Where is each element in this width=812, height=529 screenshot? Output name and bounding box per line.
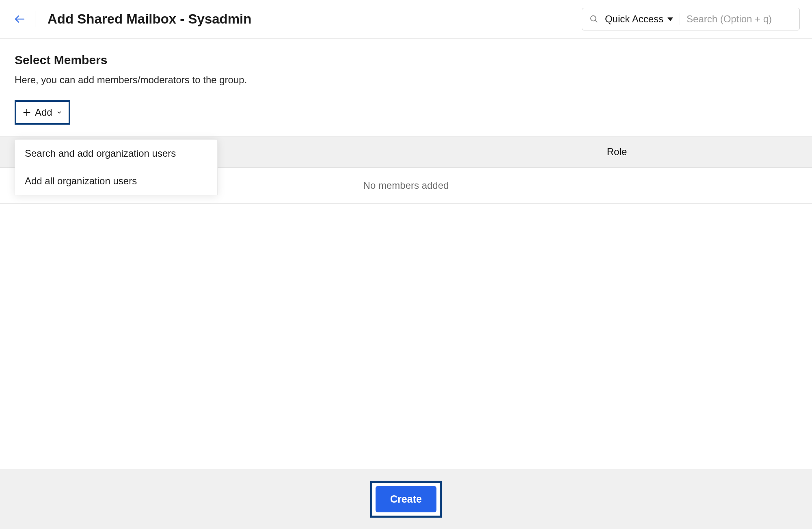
quick-access-label-text: Quick Access	[605, 13, 663, 25]
quick-access-search-container: Quick Access	[582, 8, 800, 30]
triangle-down-icon	[667, 17, 673, 21]
add-button-highlight: Add	[15, 100, 70, 125]
header-divider	[35, 11, 35, 27]
section-title: Select Members	[15, 53, 797, 67]
create-button[interactable]: Create	[376, 486, 436, 512]
chevron-down-icon	[56, 110, 62, 115]
add-button-label: Add	[35, 107, 52, 118]
search-input[interactable]	[687, 13, 792, 25]
add-dropdown-menu: Search and add organization users Add al…	[15, 139, 218, 195]
page-title: Add Shared Mailbox - Sysadmin	[48, 11, 582, 27]
back-button[interactable]	[12, 12, 27, 26]
page-header: Add Shared Mailbox - Sysadmin Quick Acce…	[0, 0, 812, 39]
section-description: Here, you can add members/moderators to …	[15, 74, 797, 86]
svg-point-1	[591, 16, 596, 21]
quick-access-divider	[680, 13, 680, 25]
back-arrow-icon	[14, 14, 25, 24]
plus-icon	[23, 108, 31, 117]
dropdown-item-add-all[interactable]: Add all organization users	[15, 167, 217, 195]
main-content: Select Members Here, you can add members…	[0, 39, 812, 204]
svg-line-2	[595, 20, 598, 23]
column-header-role: Role	[607, 146, 627, 158]
dropdown-item-search-add[interactable]: Search and add organization users	[15, 140, 217, 167]
quick-access-dropdown[interactable]: Quick Access	[605, 13, 673, 25]
page-footer: Create	[0, 469, 812, 529]
create-button-highlight: Create	[370, 481, 442, 518]
search-icon	[590, 15, 598, 24]
add-button[interactable]: Add	[17, 103, 68, 122]
